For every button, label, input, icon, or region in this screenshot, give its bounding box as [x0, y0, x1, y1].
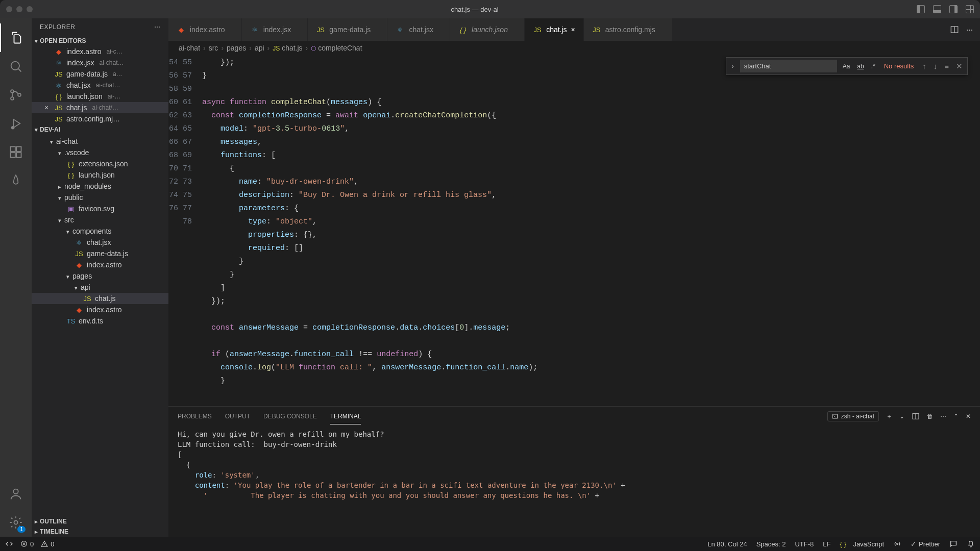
file-item[interactable]: TS env.d.ts	[32, 315, 168, 327]
activity-astro[interactable]	[0, 166, 32, 195]
tab-close-icon[interactable]: ×	[571, 26, 575, 34]
panel-tab[interactable]: DEBUG CONSOLE	[263, 409, 317, 424]
terminal-output[interactable]: Hi, can you give Dr. owen a refill on my…	[168, 426, 980, 537]
terminal-picker[interactable]: zsh - ai-chat	[827, 411, 879, 421]
status-warnings[interactable]: 0	[41, 540, 54, 548]
file-item[interactable]: ⚛ chat.jsx	[32, 237, 168, 248]
folder-item[interactable]: public	[32, 192, 168, 203]
editor-tab[interactable]: ⚛ chat.jsx ×	[387, 18, 450, 41]
panel-tab[interactable]: TERMINAL	[330, 409, 361, 424]
folder-item[interactable]: .vscode	[32, 147, 168, 158]
folder-item[interactable]: components	[32, 226, 168, 237]
file-item[interactable]: ◆ index.astro	[32, 304, 168, 315]
file-item[interactable]: JS chat.js	[32, 293, 168, 304]
activity-run-debug[interactable]	[0, 109, 32, 138]
find-prev-icon[interactable]: ↑	[921, 62, 928, 70]
status-remote[interactable]	[5, 540, 13, 548]
breadcrumb-item[interactable]: ⬡ completeChat	[311, 44, 362, 52]
find-selection-icon[interactable]: ≡	[943, 62, 950, 70]
activity-accounts[interactable]	[0, 480, 32, 508]
status-errors[interactable]: 0	[20, 540, 34, 548]
breadcrumb-item[interactable]: ai-chat	[179, 44, 200, 52]
activity-extensions[interactable]	[0, 138, 32, 166]
explorer-more-icon[interactable]: ⋯	[154, 23, 161, 31]
file-item[interactable]: JS game-data.js	[32, 248, 168, 259]
folder-item[interactable]: api	[32, 282, 168, 293]
panel-tab[interactable]: PROBLEMS	[178, 409, 212, 424]
new-terminal-icon[interactable]: ＋	[886, 412, 892, 421]
open-editor-item[interactable]: × JS chat.js ai-chat/…	[32, 102, 168, 113]
editor-tab[interactable]: JS game-data.js ×	[308, 18, 387, 41]
close-panel-icon[interactable]: ✕	[966, 413, 971, 420]
match-case-icon[interactable]: Aa	[841, 62, 852, 71]
breadcrumb-item[interactable]: api	[255, 44, 264, 52]
kill-terminal-icon[interactable]: 🗑	[927, 413, 933, 420]
maximize-window-button[interactable]	[27, 6, 33, 12]
breadcrumb-item[interactable]: src	[209, 44, 218, 52]
whole-word-icon[interactable]: ab	[855, 62, 865, 71]
chevron-icon	[75, 283, 78, 291]
breadcrumb-item[interactable]: JS chat.js	[273, 44, 302, 52]
editor-tab[interactable]: ⚛ index.jsx ×	[242, 18, 308, 41]
chevron-icon	[66, 272, 69, 280]
editor-tab[interactable]: JS chat.js ×	[525, 18, 584, 41]
project-section[interactable]: DEV-AI	[32, 124, 168, 135]
breadcrumb-item[interactable]: pages	[227, 44, 246, 52]
folder-item[interactable]: src	[32, 214, 168, 226]
code-content[interactable]: }); } async function completeChat(messag…	[202, 55, 980, 406]
activity-settings[interactable]: 1	[0, 508, 32, 537]
terminal-dropdown-icon[interactable]: ⌄	[899, 413, 904, 420]
file-item[interactable]: ◆ index.astro	[32, 259, 168, 270]
open-editors-section[interactable]: OPEN EDITORS	[32, 36, 168, 46]
open-editor-item[interactable]: { } launch.json ai-…	[32, 91, 168, 102]
file-item[interactable]: ▣ favicon.svg	[32, 203, 168, 214]
status-bell-icon[interactable]	[967, 540, 975, 548]
maximize-panel-icon[interactable]: ⌃	[953, 413, 959, 420]
status-encoding[interactable]: UTF-8	[795, 540, 814, 548]
status-spaces[interactable]: Spaces: 2	[756, 540, 786, 548]
open-editor-item[interactable]: JS astro.config.mj…	[32, 113, 168, 124]
folder-item[interactable]: node_modules	[32, 181, 168, 192]
activity-explorer[interactable]	[0, 23, 32, 52]
toggle-secondary-sidebar-icon[interactable]	[949, 5, 958, 13]
minimize-window-button[interactable]	[16, 6, 22, 12]
close-icon[interactable]: ×	[42, 104, 51, 112]
editor-tab[interactable]: JS astro.config.mjs ×	[584, 18, 672, 41]
activity-source-control[interactable]	[0, 81, 32, 109]
timeline-section[interactable]: TIMELINE	[32, 527, 168, 537]
file-item[interactable]: { } launch.json	[32, 169, 168, 181]
toggle-primary-sidebar-icon[interactable]	[917, 5, 925, 13]
regex-icon[interactable]: .*	[870, 62, 877, 71]
find-input[interactable]	[740, 60, 837, 72]
find-expand-icon[interactable]: ›	[729, 62, 736, 70]
panel-tab[interactable]: OUTPUT	[225, 409, 250, 424]
editor-body[interactable]: 54 55 56 57 58 59 60 61 62 63 64 65 66 6…	[168, 55, 980, 406]
status-cursor[interactable]: Ln 80, Col 24	[707, 540, 747, 548]
find-close-icon[interactable]: ✕	[954, 62, 964, 71]
find-next-icon[interactable]: ↓	[932, 62, 939, 70]
open-editor-item[interactable]: JS game-data.js a…	[32, 68, 168, 80]
editor-tab[interactable]: ◆ index.astro ×	[168, 18, 242, 41]
breadcrumbs[interactable]: ai-chat›src›pages›api›JS chat.js›⬡ compl…	[168, 41, 980, 55]
open-editor-item[interactable]: ⚛ index.jsx ai-chat…	[32, 57, 168, 68]
status-radio-icon[interactable]	[893, 540, 901, 548]
status-prettier[interactable]: ✓ Prettier	[911, 540, 940, 548]
editor-tab[interactable]: { } launch.json ×	[450, 18, 525, 41]
folder-item[interactable]: pages	[32, 270, 168, 282]
split-editor-icon[interactable]	[950, 25, 959, 34]
status-eol[interactable]: LF	[823, 540, 830, 548]
split-terminal-icon[interactable]	[912, 412, 920, 420]
outline-section[interactable]: OUTLINE	[32, 516, 168, 527]
status-language[interactable]: { } JavaScript	[840, 540, 884, 548]
file-item[interactable]: { } extensions.json	[32, 158, 168, 169]
open-editor-item[interactable]: ⚛ chat.jsx ai-chat…	[32, 80, 168, 91]
activity-search[interactable]	[0, 52, 32, 81]
tab-more-icon[interactable]: ⋯	[966, 26, 973, 34]
open-editor-item[interactable]: ◆ index.astro ai-c…	[32, 46, 168, 57]
status-feedback-icon[interactable]	[949, 540, 958, 548]
folder-item[interactable]: ai-chat	[32, 136, 168, 147]
customize-layout-icon[interactable]	[966, 5, 974, 13]
close-window-button[interactable]	[6, 6, 12, 12]
toggle-panel-icon[interactable]	[933, 5, 941, 13]
panel-more-icon[interactable]: ⋯	[940, 413, 946, 420]
